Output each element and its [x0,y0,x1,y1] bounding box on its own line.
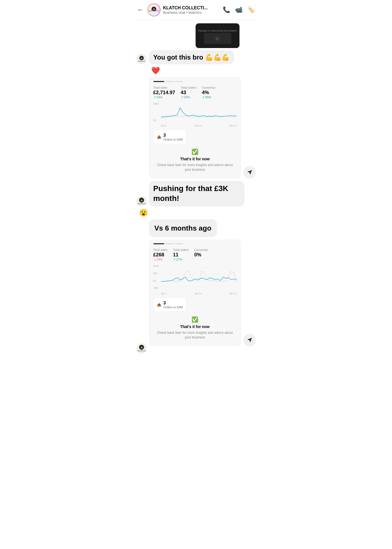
x2-label-apr21: Apr 21 [229,292,237,295]
tab-2-inactive-1 [165,243,174,244]
total-orders-change: ↗ 20% [181,96,196,99]
phone-icon[interactable]: 📞 [223,6,230,13]
tab-active [153,81,164,82]
chart-y-labels: £500 £0 [153,102,159,122]
metric-2-total-sales: Total sales £268 ↘ 23% [153,248,168,261]
avatar-inner: KLATCH CO 🤠 [148,4,160,16]
total-sales-change: ↗ 54% [153,96,175,99]
thats-it-section: ✅ That's it for now Check back later for… [153,144,237,174]
metric-2-conversion: Conversio 0% [194,248,208,261]
y-label-500: £500 [153,102,159,105]
orders-info-2: 3 Orders to fulfill [163,301,183,309]
chart-x-labels: Oct 1 Oct 11 Oct 21 [161,124,237,127]
metrics-row-2: Total sales £268 ↘ 23% Total orders 11 ↗… [153,248,237,261]
stats-card-2: Total sales £268 ↘ 23% Total orders 11 ↗… [149,239,241,346]
chart-1: £500 £0 Oct 1 Oct 11 [153,102,237,127]
orders-row-2: 📥 3 Orders to fulfill [153,298,237,312]
sender-avatar: 🤠 KLATCH CO [136,54,147,64]
2-total-sales-change: ↘ 23% [153,258,168,261]
2-total-orders-value: 11 [173,252,188,258]
vs-card: Vs 6 months ago [149,219,217,237]
2-total-sales-label: Total sales [153,248,168,251]
x-label-oct21: Oct 21 [229,124,237,127]
metric-2-total-orders: Total orders 11 ↗ 27% [173,248,188,261]
card-tabs [153,81,237,82]
image-preview: Pessaia in overcoming the problem ▶ [196,23,239,48]
heart-reaction: ❤️ [151,66,256,75]
stats-card-1: Total sales £2,714.97 ↗ 54% Total orders… [149,77,241,179]
y2-label-100: £100 [153,265,159,267]
metric-total-sales: Total sales £2,714.97 ↗ 54% [153,86,175,99]
tag-icon[interactable]: 🏷️ [247,6,255,13]
chart-2-x-labels: Apr 1 Apr 11 Apr 21 [161,292,237,295]
vs-card-row: Vs 6 months ago [136,219,256,237]
svg-text:🤠: 🤠 [140,346,143,349]
sender-avatar-2: 🤠 KLATCH CO [136,196,147,206]
svg-text:▶: ▶ [216,37,219,40]
x-label-oct1: Oct 1 [161,124,167,127]
2-total-orders-label: Total orders [173,248,188,251]
conversion-value: 4% [202,90,216,96]
message-you-got-this: You got this bro 💪💪💪 [149,50,234,64]
check-circle-icon-2: ✅ [191,316,198,323]
tab-inactive-2 [175,81,183,82]
conversion-change: ↗ 65% [202,96,216,99]
orders-box: 📥 3 Orders to fulfill [153,130,187,144]
header-actions: 📞 📹 🏷️ [223,6,255,13]
video-icon[interactable]: 📹 [235,6,242,13]
x2-label-apr1: Apr 1 [161,292,167,295]
svg-marker-16 [247,170,252,175]
business-subtitle: Business chat • klatchco [163,10,220,15]
2-conversion-value: 0% [194,252,208,258]
business-name: KLATCH COLLECTI... [163,5,220,10]
svg-text:KLATCH CO: KLATCH CO [137,203,145,205]
svg-text:🤠: 🤠 [140,57,143,59]
y2-label-minus50: -£50 [153,287,159,289]
card-2-tabs [153,243,237,244]
orders-num: 3 [163,133,183,138]
y2-label-50: £50 [153,272,159,275]
svg-text:KLATCH CO: KLATCH CO [137,350,145,352]
message-pushing: Pushing for that £3K month! [149,181,245,206]
orders-label-2: Orders to fulfill [163,306,183,309]
tab-2-inactive-2 [175,243,183,244]
tab-2-active [153,243,164,244]
orders-label: Orders to fulfill [163,138,183,141]
thats-it-subtitle: Check back later for more insights and a… [156,163,235,172]
2-total-sales-value: £268 [153,252,168,258]
total-sales-value: £2,714.97 [153,90,175,96]
total-orders-label: Total orders [181,86,196,89]
metrics-row: Total sales £2,714.97 ↗ 54% Total orders… [153,86,237,99]
message-row-you-got-this: 🤠 KLATCH CO You got this bro 💪💪💪 [136,50,256,64]
metric-conversion: Conversio 4% ↗ 65% [202,86,216,99]
back-button[interactable]: ← [137,6,143,13]
2-conversion-label: Conversio [194,248,208,251]
x2-label-apr11: Apr 11 [194,292,202,295]
conversion-label: Conversio [202,86,216,89]
check-circle-icon: ✅ [191,149,198,155]
inbox-icon-2: 📥 [157,303,161,307]
metric-total-orders: Total orders 43 ↗ 20% [181,86,196,99]
thats-it-subtitle-2: Check back later for more insights and a… [156,330,235,340]
orders-info: 3 Orders to fulfill [163,133,183,141]
orders-row: 📥 3 Orders to fulfill [153,130,237,144]
chart-2-svg-area [161,265,237,289]
thats-it-title: That's it for now [180,157,210,161]
2-total-orders-change: ↗ 27% [173,258,188,261]
sender-avatar-3: 🤠 KLATCH CO [136,343,147,354]
chart-svg-area [161,102,237,122]
orders-num-2: 3 [163,301,183,306]
total-orders-value: 43 [181,90,196,96]
y-label-0: £0 [153,119,159,122]
total-sales-label: Total sales [153,86,175,89]
chart-2-y-labels: £100 £50 £0 -£50 [153,265,159,289]
surprised-reaction: 😮 [139,209,256,217]
stats-card-2-row: Total sales £268 ↘ 23% Total orders 11 ↗… [149,239,256,346]
chat-header: ← KLATCH CO 🤠 KLATCH COLLECTI... Busines… [133,0,259,20]
send-button-1[interactable] [243,166,256,179]
svg-text:Pessaia in overcoming the prob: Pessaia in overcoming the problem [198,29,237,32]
svg-marker-26 [247,338,252,343]
y2-label-0: £0 [153,279,159,282]
x-label-oct11: Oct 11 [194,124,202,127]
svg-text:🤠: 🤠 [153,8,155,10]
